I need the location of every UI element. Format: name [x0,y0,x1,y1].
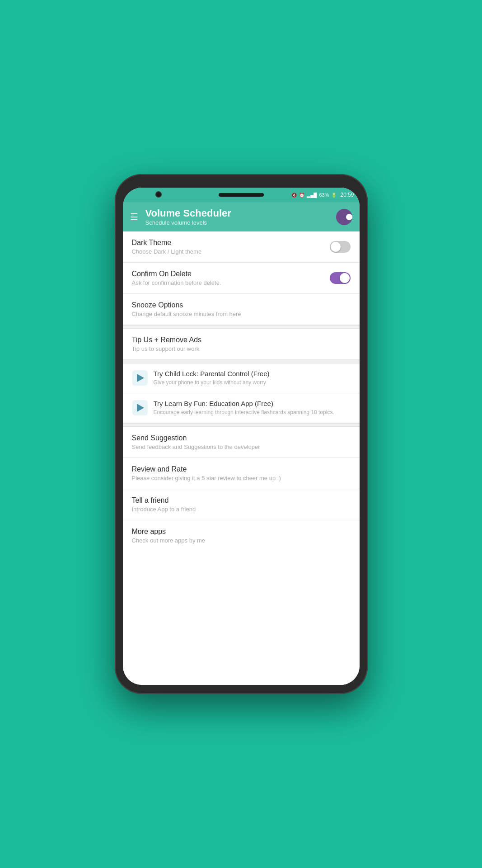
battery-icon: 🔋 [331,193,337,198]
status-icons: 🔇 ⏰ ▂▄█ 63% 🔋 20:59 [291,192,354,198]
snooze-options-title: Snooze Options [132,301,351,309]
review-rate-text: Review and Rate Please consider giving i… [132,465,351,481]
section-divider-2 [123,360,360,363]
confirm-delete-toggle[interactable] [330,272,351,284]
more-apps-row[interactable]: More apps Check out more apps by me [123,520,360,551]
phone-camera [155,191,162,198]
tell-friend-row[interactable]: Tell a friend Introduce App to a friend [123,489,360,520]
child-lock-row[interactable]: Try Child Lock: Parental Control (Free) … [123,363,360,393]
phone-speaker [219,193,264,197]
snooze-options-row[interactable]: Snooze Options Change default snooze min… [123,294,360,325]
phone-screen: 🔇 ⏰ ▂▄█ 63% 🔋 20:59 ☰ Volume Scheduler S… [123,188,360,685]
section-divider-3 [123,423,360,427]
app-bar-toggle-button[interactable] [336,209,352,225]
confirm-delete-subtitle: Ask for confirmation before delete. [132,279,324,286]
learn-by-fun-title: Try Learn By Fun: Education App (Free) [154,400,351,407]
battery-percent: 63% [319,192,329,198]
learn-by-fun-subtitle: Encourage early learning through interac… [154,409,351,416]
dark-theme-subtitle: Choose Dark / Light theme [132,248,324,255]
more-apps-text: More apps Check out more apps by me [132,528,351,544]
tell-friend-subtitle: Introduce App to a friend [132,506,351,513]
hamburger-icon[interactable]: ☰ [130,212,138,222]
settings-content: Dark Theme Choose Dark / Light theme Con… [123,231,360,685]
snooze-options-text: Snooze Options Change default snooze min… [132,301,351,317]
send-suggestion-text: Send Suggestion Send feedback and Sugges… [132,434,351,450]
send-suggestion-subtitle: Send feedback and Suggestions to the dev… [132,443,351,450]
app-bar: ☰ Volume Scheduler Schedule volume level… [123,202,360,231]
child-lock-icon [132,370,148,386]
learn-by-fun-icon [132,400,148,416]
alarm-icon: ⏰ [299,193,304,198]
tell-friend-title: Tell a friend [132,496,351,505]
child-lock-text: Try Child Lock: Parental Control (Free) … [154,370,351,387]
signal-icon: ▂▄█ [307,193,317,198]
dark-theme-title: Dark Theme [132,239,324,247]
send-suggestion-title: Send Suggestion [132,434,351,442]
app-subtitle: Schedule volume levels [145,219,336,226]
confirm-delete-knob [340,273,350,283]
tip-subtitle: Tip us to support our work [132,345,351,352]
review-rate-title: Review and Rate [132,465,351,473]
learn-by-fun-row[interactable]: Try Learn By Fun: Education App (Free) E… [123,393,360,423]
section-divider-1 [123,325,360,329]
confirm-delete-text: Confirm On Delete Ask for confirmation b… [132,270,324,286]
app-title: Volume Scheduler [145,208,336,219]
tell-friend-text: Tell a friend Introduce App to a friend [132,496,351,513]
time-display: 20:59 [340,192,354,198]
app-bar-text: Volume Scheduler Schedule volume levels [145,208,336,226]
confirm-delete-row[interactable]: Confirm On Delete Ask for confirmation b… [123,263,360,294]
tip-text: Tip Us + Remove Ads Tip us to support ou… [132,336,351,352]
dark-theme-text: Dark Theme Choose Dark / Light theme [132,239,324,255]
more-apps-title: More apps [132,528,351,536]
confirm-delete-title: Confirm On Delete [132,270,324,278]
child-lock-title: Try Child Lock: Parental Control (Free) [154,370,351,377]
dark-theme-row[interactable]: Dark Theme Choose Dark / Light theme [123,231,360,263]
learn-by-fun-text: Try Learn By Fun: Education App (Free) E… [154,400,351,416]
review-rate-row[interactable]: Review and Rate Please consider giving i… [123,458,360,489]
tip-row[interactable]: Tip Us + Remove Ads Tip us to support ou… [123,329,360,360]
review-rate-subtitle: Please consider giving it a 5 star revie… [132,475,351,481]
mute-icon: 🔇 [291,193,297,198]
tip-title: Tip Us + Remove Ads [132,336,351,344]
dark-theme-knob [331,242,341,252]
phone-frame: 🔇 ⏰ ▂▄█ 63% 🔋 20:59 ☰ Volume Scheduler S… [115,174,368,694]
dark-theme-toggle[interactable] [330,241,351,253]
child-lock-subtitle: Give your phone to your kids without any… [154,379,351,387]
more-apps-subtitle: Check out more apps by me [132,537,351,544]
send-suggestion-row[interactable]: Send Suggestion Send feedback and Sugges… [123,427,360,458]
snooze-options-subtitle: Change default snooze minutes from here [132,311,351,317]
